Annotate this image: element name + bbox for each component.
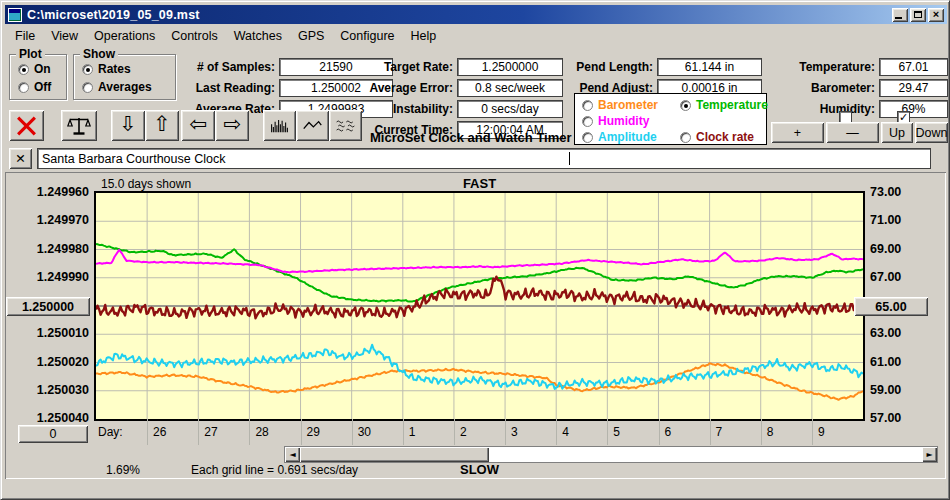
menu-watches[interactable]: Watches xyxy=(226,27,290,45)
show-rates-radio[interactable] xyxy=(82,64,93,75)
show-rates-option[interactable]: Rates xyxy=(82,62,131,76)
day-tick-line xyxy=(761,419,762,445)
plot-area xyxy=(96,193,863,419)
right-axis-tick-label: 63.00 xyxy=(870,326,901,340)
close-icon: × xyxy=(933,9,939,20)
menu-view[interactable]: View xyxy=(43,27,86,45)
plot-on-radio[interactable] xyxy=(18,64,29,75)
left-axis-tick-label: 1.250010 xyxy=(37,326,89,340)
minimize-button[interactable] xyxy=(892,8,908,22)
day-tick-label: 5 xyxy=(613,425,620,439)
minus-button[interactable]: — xyxy=(826,122,879,143)
sensor-clock-rate-option[interactable]: Clock rate xyxy=(680,130,754,144)
balance-scale-button[interactable] xyxy=(61,110,97,141)
show-averages-radio[interactable] xyxy=(82,82,93,93)
samples-label: # of Samples: xyxy=(181,60,275,74)
show-averages-option[interactable]: Averages xyxy=(82,80,152,94)
sensor-barometer-option[interactable]: Barometer xyxy=(582,98,658,112)
pend-length-label: Pend Length: xyxy=(558,60,653,74)
right-axis-tick-label: 67.00 xyxy=(870,270,901,284)
day-tick-line xyxy=(249,419,250,445)
close-button[interactable]: × xyxy=(928,8,944,22)
menu-file[interactable]: File xyxy=(7,27,43,45)
day-tick-line xyxy=(607,419,608,445)
day-tick-label: 3 xyxy=(511,425,518,439)
scroll-left-button[interactable]: ⇦ xyxy=(181,110,215,141)
sensor-temperature-option[interactable]: Temperature xyxy=(680,98,768,112)
day-axis-row: 2627282930123456789 xyxy=(96,419,863,445)
shift-down-button[interactable]: ⇩ xyxy=(111,110,145,141)
day-tick-label: 2 xyxy=(460,425,467,439)
delete-button[interactable] xyxy=(9,110,44,141)
title-bar: C:\microset\2019_05_09.mst × xyxy=(5,5,947,24)
right-center-temp-button[interactable]: 65.00 xyxy=(854,297,928,316)
plot-off-option[interactable]: Off xyxy=(18,80,51,94)
sensor-clock-rate-radio[interactable] xyxy=(680,132,691,143)
right-axis-tick-label: 57.00 xyxy=(870,411,901,425)
left-axis-tick-label: 1.250040 xyxy=(37,411,89,425)
window-title: C:\microset\2019_05_09.mst xyxy=(27,8,200,22)
sensor-amplitude-radio[interactable] xyxy=(582,132,593,143)
plot-off-radio[interactable] xyxy=(18,82,29,93)
up-button[interactable]: Up xyxy=(881,122,913,143)
sensor-amplitude-option[interactable]: Amplitude xyxy=(582,130,657,144)
histogram-view-button[interactable] xyxy=(263,110,296,141)
day-tick-line xyxy=(454,419,455,445)
left-axis-tick-label: 1.250030 xyxy=(37,383,89,397)
line-view-button[interactable] xyxy=(296,110,329,141)
scroll-right-button[interactable]: ⇨ xyxy=(215,110,249,141)
left-center-rate-button[interactable]: 1.250000 xyxy=(6,297,90,316)
plot-on-label: On xyxy=(34,62,51,76)
zero-button[interactable]: 0 xyxy=(18,425,88,443)
target-rate-label: Target Rate: xyxy=(358,60,453,74)
chart-scrollbar[interactable]: ◄ ► xyxy=(284,446,938,463)
clock-name-input[interactable] xyxy=(37,148,931,169)
plot-off-label: Off xyxy=(34,80,51,94)
sensor-select-box: Barometer Humidity Amplitude Temperature… xyxy=(574,93,767,145)
plus-button[interactable]: + xyxy=(771,122,824,143)
day-tick-line xyxy=(147,419,148,445)
scrollbar-track[interactable] xyxy=(489,447,922,462)
shift-up-button[interactable]: ⇧ xyxy=(145,110,179,141)
menu-help[interactable]: Help xyxy=(403,27,445,45)
left-axis-tick-label: 1.250020 xyxy=(37,355,89,369)
day-tick-label: 29 xyxy=(307,425,320,439)
multi-trace-view-button[interactable] xyxy=(329,110,362,141)
menu-operations[interactable]: Operations xyxy=(86,27,163,45)
down-arrow-icon: ⇩ xyxy=(119,114,137,135)
menu-gps[interactable]: GPS xyxy=(290,27,332,45)
show-rates-label: Rates xyxy=(98,62,131,76)
instability-value: 0 secs/day xyxy=(457,100,563,118)
down-button[interactable]: Down xyxy=(915,122,948,143)
scrollbar-thumb[interactable] xyxy=(300,447,489,462)
sensor-humidity-option[interactable]: Humidity xyxy=(582,114,649,128)
sensor-temperature-radio[interactable] xyxy=(680,100,691,111)
menu-controls[interactable]: Controls xyxy=(163,27,226,45)
humidity-label: Humidity: xyxy=(780,102,875,116)
show-groupbox: Show Rates Averages xyxy=(73,54,176,100)
day-tick-label: 7 xyxy=(716,425,723,439)
right-axis-tick-label: 71.00 xyxy=(870,213,901,227)
clear-name-button[interactable]: ✕ xyxy=(9,148,32,169)
plot-on-option[interactable]: On xyxy=(18,62,51,76)
instability-label: Instability: xyxy=(358,102,453,116)
left-axis-tick-label: 1.249980 xyxy=(37,242,89,256)
maximize-button[interactable] xyxy=(910,8,926,22)
up-arrow-icon: ⇧ xyxy=(153,114,171,135)
menu-configure[interactable]: Configure xyxy=(332,27,402,45)
right-axis-tick-label: 61.00 xyxy=(870,355,901,369)
average-error-label: Average Error: xyxy=(358,81,453,95)
scrollbar-left-arrow[interactable]: ◄ xyxy=(285,447,300,462)
show-averages-label: Averages xyxy=(98,80,152,94)
scrollbar-right-arrow[interactable]: ► xyxy=(922,447,937,462)
left-axis-tick-label: 1.249990 xyxy=(37,270,89,284)
right-axis-tick-label: 69.00 xyxy=(870,242,901,256)
show-group-label: Show xyxy=(80,47,118,61)
sensor-humidity-radio[interactable] xyxy=(582,116,593,127)
red-x-icon xyxy=(15,114,38,138)
sensor-barometer-radio[interactable] xyxy=(582,100,593,111)
barometer-value: 29.47 xyxy=(879,79,948,97)
sensor-temperature-label: Temperature xyxy=(696,98,768,112)
day-tick-line xyxy=(301,419,302,445)
day-tick-label: 26 xyxy=(153,425,166,439)
